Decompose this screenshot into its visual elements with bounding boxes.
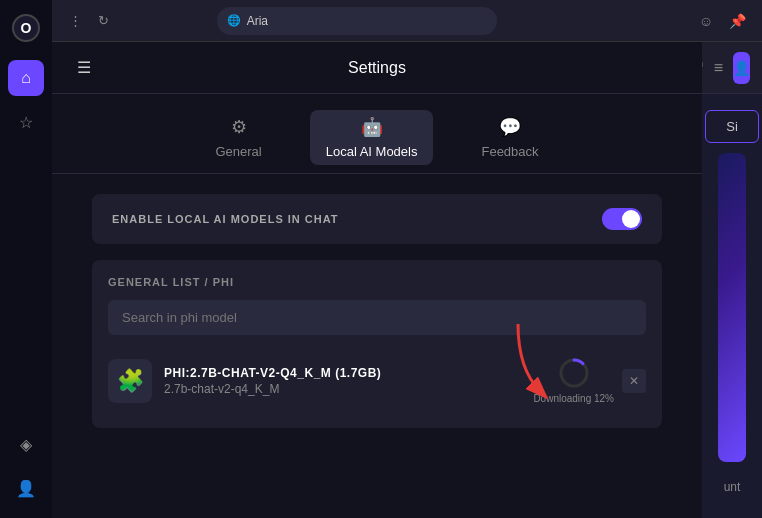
search-phi-input[interactable] xyxy=(122,310,632,325)
feedback-tab-label: Feedback xyxy=(481,144,538,159)
sidebar-item-favorites[interactable]: ☆ xyxy=(8,104,44,140)
sidebar-bottom: ◈ 👤 xyxy=(8,426,44,506)
profile-icon: 👤 xyxy=(16,479,36,498)
search-input-wrap[interactable] xyxy=(108,300,646,335)
signin-button[interactable]: Si xyxy=(705,110,759,143)
local-ai-tab-label: Local AI Models xyxy=(326,144,418,159)
account-label: unt xyxy=(712,472,753,502)
progress-circle xyxy=(558,357,590,389)
logo-icon: O xyxy=(12,14,40,42)
browser-controls: ⋮ ↻ xyxy=(64,10,114,32)
hamburger-button[interactable]: ☰ xyxy=(68,52,100,84)
extensions-icon: ◈ xyxy=(20,435,32,454)
enable-local-ai-toggle[interactable] xyxy=(602,208,642,230)
address-text: Aria xyxy=(247,14,268,28)
model-puzzle-icon: 🧩 xyxy=(117,368,144,394)
feedback-tab-icon: 💬 xyxy=(499,116,521,138)
app-logo: O xyxy=(10,12,42,44)
tab-feedback[interactable]: 💬 Feedback xyxy=(465,110,554,165)
toggle-knob xyxy=(622,210,640,228)
local-ai-tab-icon: 🤖 xyxy=(361,116,383,138)
model-section: GENERAL LIST / PHI 🧩 PHI:2.7B-CHAT-V2-Q4… xyxy=(92,260,662,428)
download-status-text: Downloading 12% xyxy=(533,393,614,404)
home-icon: ⌂ xyxy=(21,69,31,87)
settings-content: ENABLE LOCAL AI MODELS IN CHAT GENERAL L… xyxy=(52,174,702,518)
topbar-right: ☺ 📌 xyxy=(694,9,750,33)
menu-lines-icon[interactable]: ≡ xyxy=(714,52,723,84)
browser-topbar: ⋮ ↻ 🌐 Aria ☺ 📌 xyxy=(52,0,762,42)
enable-local-ai-label: ENABLE LOCAL AI MODELS IN CHAT xyxy=(112,213,339,225)
right-content: Si unt xyxy=(702,94,762,518)
emoji-button[interactable]: ☺ xyxy=(694,9,718,33)
hamburger-icon: ☰ xyxy=(77,58,91,77)
enable-local-ai-row: ENABLE LOCAL AI MODELS IN CHAT xyxy=(92,194,662,244)
sidebar-item-extensions[interactable]: ◈ xyxy=(8,426,44,462)
tab-general[interactable]: ⚙ General xyxy=(199,110,277,165)
model-subname: 2.7b-chat-v2-q4_K_M xyxy=(164,382,521,396)
user-avatar[interactable]: 👤 xyxy=(733,52,750,84)
settings-title: Settings xyxy=(348,59,406,77)
browser-reload-button[interactable]: ↻ xyxy=(92,10,114,32)
tab-local-ai[interactable]: 🤖 Local AI Models xyxy=(310,110,434,165)
settings-tabs: ⚙ General 🤖 Local AI Models 💬 Feedback xyxy=(52,94,702,174)
settings-header: ☰ Settings xyxy=(52,42,702,94)
model-info: PHI:2.7B-CHAT-V2-Q4_K_M (1.7GB) 2.7b-cha… xyxy=(164,366,521,396)
globe-icon: 🌐 xyxy=(227,14,241,27)
gradient-visual xyxy=(718,153,746,462)
right-top-bar: ♡ ≡ 👤 xyxy=(702,42,762,94)
model-item: 🧩 PHI:2.7B-CHAT-V2-Q4_K_M (1.7GB) 2.7b-c… xyxy=(108,349,646,412)
download-progress: Downloading 12% xyxy=(533,357,614,404)
general-tab-label: General xyxy=(215,144,261,159)
model-list: 🧩 PHI:2.7B-CHAT-V2-Q4_K_M (1.7GB) 2.7b-c… xyxy=(108,349,646,412)
general-tab-icon: ⚙ xyxy=(231,116,247,138)
address-bar[interactable]: 🌐 Aria xyxy=(217,7,497,35)
right-panel: ♡ ≡ 👤 Si unt xyxy=(702,42,762,518)
model-name: PHI:2.7B-CHAT-V2-Q4_K_M (1.7GB) xyxy=(164,366,521,380)
model-section-title: GENERAL LIST / PHI xyxy=(108,276,646,288)
settings-panel: ☰ Settings ⚙ General 🤖 Local AI Models 💬… xyxy=(52,42,702,518)
browser-menu-button[interactable]: ⋮ xyxy=(64,10,86,32)
heart-icon[interactable]: ♡ xyxy=(702,52,704,84)
pin-button[interactable]: 📌 xyxy=(726,9,750,33)
browser-area: ⋮ ↻ 🌐 Aria ☺ 📌 ☰ Settings ⚙ xyxy=(52,0,762,518)
model-icon: 🧩 xyxy=(108,359,152,403)
sidebar-item-profile[interactable]: 👤 xyxy=(8,470,44,506)
star-icon: ☆ xyxy=(19,113,33,132)
model-download-area: Downloading 12% ✕ xyxy=(533,357,646,404)
main-content: ☰ Settings ⚙ General 🤖 Local AI Models 💬… xyxy=(52,42,762,518)
left-sidebar: O ⌂ ☆ ◈ 👤 xyxy=(0,0,52,518)
sidebar-item-home[interactable]: ⌂ xyxy=(8,60,44,96)
cancel-download-button[interactable]: ✕ xyxy=(622,369,646,393)
